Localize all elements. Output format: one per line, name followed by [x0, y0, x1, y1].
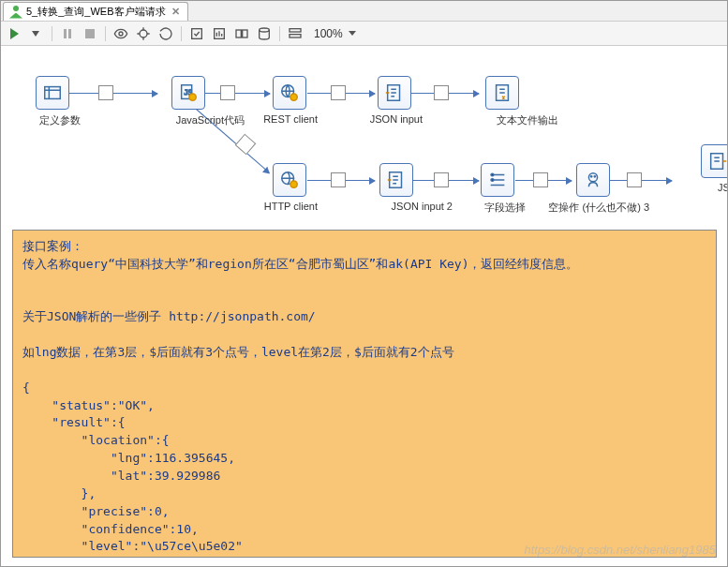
step-set-variables[interactable]: 定义参数: [24, 76, 81, 127]
svg-point-0: [119, 32, 123, 36]
step-label: JSON input: [370, 113, 423, 125]
preview-button[interactable]: [113, 26, 128, 41]
step-label: 文本文件输出: [497, 113, 558, 127]
svg-rect-2: [192, 28, 202, 38]
analyze-button[interactable]: [212, 26, 227, 41]
step-icon: [481, 163, 514, 197]
replay-button[interactable]: [158, 26, 173, 41]
step-icon: [273, 76, 306, 110]
sql-button[interactable]: [234, 26, 249, 41]
chevron-down-icon: [349, 31, 356, 36]
step-label: 字段选择: [484, 201, 526, 215]
show-results-button[interactable]: [288, 26, 303, 41]
step-icon: [485, 76, 519, 110]
step-json-output[interactable]: JSON outpu: [661, 144, 728, 193]
separator: [105, 26, 106, 41]
run-button[interactable]: [7, 26, 22, 41]
svg-rect-8: [290, 34, 301, 37]
step-label: REST client: [263, 113, 318, 125]
svg-point-22: [588, 173, 597, 182]
step-json-input[interactable]: JSON input: [366, 76, 423, 125]
step-icon: JS: [171, 76, 205, 110]
workflow-canvas[interactable]: 定义参数 JS JavaScript代码 REST client JSON in…: [1, 46, 727, 233]
step-javascript[interactable]: JS JavaScript代码: [132, 76, 245, 127]
note-annotation[interactable]: 接口案例： 传入名称query“中国科技大学”和region所在区“合肥市蜀山区…: [12, 230, 717, 558]
zoom-control[interactable]: 100%: [314, 27, 356, 40]
separator: [181, 26, 182, 41]
verify-button[interactable]: [189, 26, 204, 41]
step-http-client[interactable]: HTTP client: [261, 163, 318, 212]
svg-point-23: [591, 176, 592, 177]
explore-db-button[interactable]: [257, 26, 272, 41]
step-label: JSON outpu: [718, 182, 728, 193]
step-label: JavaScript代码: [176, 113, 245, 127]
svg-rect-7: [290, 28, 301, 31]
step-label: 空操作 (什么也不做) 3: [548, 201, 649, 215]
step-label: HTTP client: [264, 201, 318, 212]
step-icon: [378, 76, 411, 110]
step-dummy[interactable]: 空操作 (什么也不做) 3: [537, 163, 649, 215]
tab-bar: 5_转换_查询_WEB客户端请求 ✕: [1, 1, 727, 22]
hop-icon[interactable]: [331, 85, 346, 100]
tab-close-button[interactable]: ✕: [170, 6, 182, 18]
stop-button[interactable]: [82, 26, 97, 41]
svg-point-6: [260, 28, 270, 32]
svg-point-14: [290, 94, 297, 100]
step-icon: [379, 163, 413, 197]
step-text-file-output[interactable]: 文本文件输出: [446, 76, 558, 127]
svg-point-24: [594, 176, 595, 177]
hop-icon[interactable]: [235, 134, 257, 156]
tab-title: 5_转换_查询_WEB客户端请求: [26, 5, 166, 19]
step-select-values[interactable]: 字段选择: [469, 163, 526, 215]
separator: [279, 26, 280, 41]
step-icon: [273, 163, 306, 197]
pause-button[interactable]: [60, 26, 75, 41]
step-label: 定义参数: [39, 113, 81, 127]
note-text: 接口案例： 传入名称query“中国科技大学”和region所在区“合肥市蜀山区…: [22, 239, 579, 558]
step-icon: [576, 163, 610, 197]
step-icon: [36, 76, 69, 110]
svg-point-12: [189, 94, 196, 100]
debug-button[interactable]: [136, 26, 151, 41]
step-json-input-2[interactable]: JSON input 2: [340, 163, 453, 212]
svg-point-20: [491, 173, 494, 176]
svg-rect-9: [45, 87, 61, 99]
transformation-icon: [9, 6, 22, 19]
svg-rect-5: [243, 30, 247, 37]
tab-active[interactable]: 5_转换_查询_WEB客户端请求 ✕: [3, 2, 188, 21]
svg-point-1: [140, 30, 147, 37]
zoom-value: 100%: [314, 27, 343, 40]
toolbar: 100%: [1, 22, 727, 46]
step-rest-client[interactable]: REST client: [261, 76, 318, 125]
svg-point-21: [491, 179, 494, 182]
hop-icon[interactable]: [98, 85, 113, 100]
watermark-text: https://blog.csdn.net/shenliang1985: [524, 543, 716, 557]
svg-point-18: [290, 181, 297, 187]
svg-rect-4: [236, 30, 241, 37]
step-icon: [701, 144, 728, 178]
run-options-dropdown[interactable]: [29, 26, 44, 41]
step-label: JSON input 2: [392, 201, 453, 212]
separator: [52, 26, 52, 41]
